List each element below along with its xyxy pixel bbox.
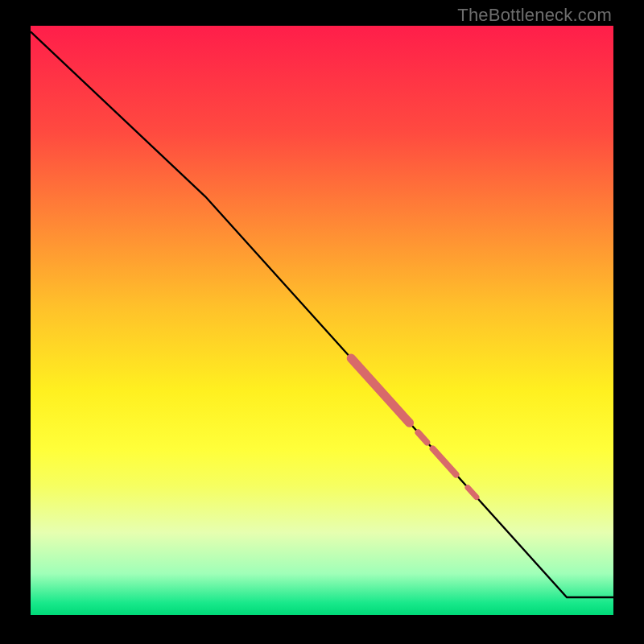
curve-path [31, 31, 613, 597]
chart-svg [31, 26, 613, 615]
curve-highlight [468, 488, 477, 497]
watermark-text: TheBottleneck.com [457, 5, 612, 26]
chart-frame: TheBottleneck.com [0, 0, 644, 644]
plot-area [31, 26, 613, 615]
curve-highlight [351, 358, 409, 423]
curve-highlight [419, 432, 427, 442]
curve-highlight [433, 448, 456, 474]
